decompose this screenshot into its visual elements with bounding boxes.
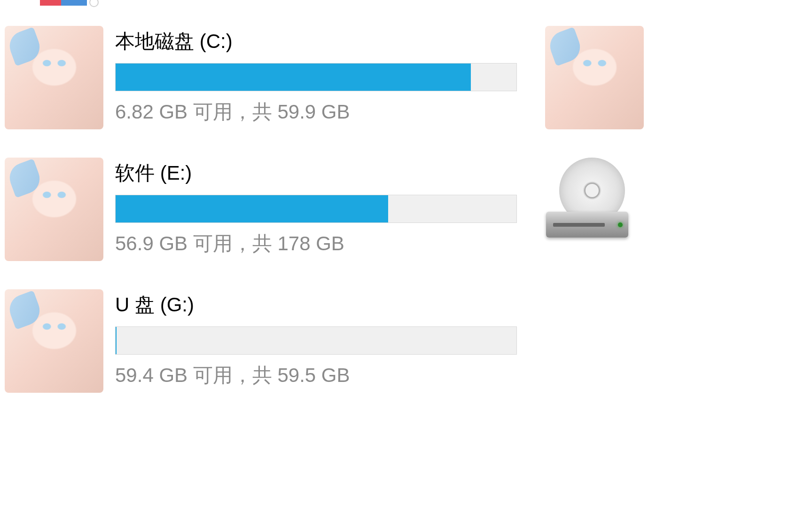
drive-icon (5, 26, 103, 129)
drive-info: 本地磁盘 (C:) 6.82 GB 可用，共 59.9 GB (115, 26, 807, 125)
drive-right-icon-container (545, 158, 630, 242)
decoration-blue (61, 0, 87, 6)
drive-info: U 盘 (G:) 59.4 GB 可用，共 59.5 GB (115, 289, 807, 389)
drive-usage-fill (116, 327, 117, 354)
drive-usage-fill (116, 64, 471, 91)
anime-avatar-icon (545, 26, 644, 129)
drive-item-e[interactable]: 软件 (E:) 56.9 GB 可用，共 178 GB (5, 158, 807, 261)
drive-name: U 盘 (G:) (115, 292, 807, 318)
drive-usage-bar (115, 326, 517, 355)
drive-usage-bar (115, 63, 517, 91)
hard-disk-icon (545, 158, 630, 242)
drive-status: 6.82 GB 可用，共 59.9 GB (115, 99, 807, 125)
drive-info: 软件 (E:) 56.9 GB 可用，共 178 GB (115, 158, 807, 257)
drive-usage-fill (116, 195, 388, 222)
drive-name: 本地磁盘 (C:) (115, 28, 807, 55)
drives-list: 本地磁盘 (C:) 6.82 GB 可用，共 59.9 GB 软件 (E:) 5… (5, 0, 807, 393)
decoration-red (40, 0, 61, 6)
drive-status: 56.9 GB 可用，共 178 GB (115, 230, 807, 257)
window-decoration (40, 0, 87, 6)
drive-item-c[interactable]: 本地磁盘 (C:) 6.82 GB 可用，共 59.9 GB (5, 26, 807, 129)
drive-name: 软件 (E:) (115, 160, 807, 186)
drive-icon (5, 158, 103, 261)
drive-icon (5, 289, 103, 393)
drive-status: 59.4 GB 可用，共 59.5 GB (115, 362, 807, 389)
drive-body-icon (546, 212, 628, 238)
drive-right-icon-container (545, 26, 644, 129)
drive-usage-bar (115, 195, 517, 223)
drive-item-g[interactable]: U 盘 (G:) 59.4 GB 可用，共 59.5 GB (5, 289, 807, 393)
